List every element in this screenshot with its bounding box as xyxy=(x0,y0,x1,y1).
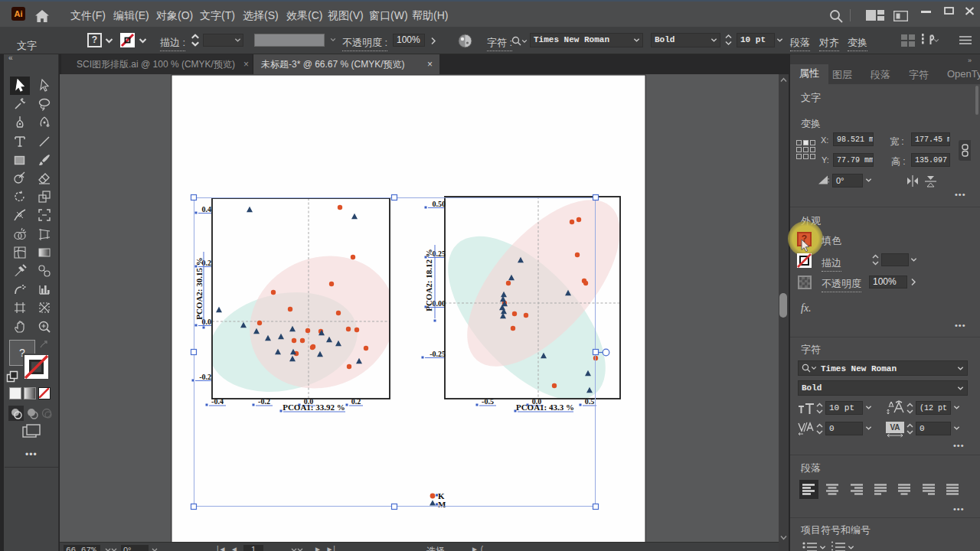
svg-text:0.5: 0.5 xyxy=(585,397,595,406)
svg-text:-0.2: -0.2 xyxy=(258,397,270,406)
svg-text:PCOA2: 18.12 %: PCOA2: 18.12 % xyxy=(424,249,433,311)
svg-text:0.25: 0.25 xyxy=(433,249,446,258)
svg-text:-0.2: -0.2 xyxy=(199,373,211,381)
svg-text:-0.4: -0.4 xyxy=(211,397,224,406)
svg-text:0.50: 0.50 xyxy=(433,200,446,208)
svg-text:-0.25: -0.25 xyxy=(430,350,446,358)
svg-text:0.2: 0.2 xyxy=(351,397,361,406)
svg-text:PCOA2: 30.15 %: PCOA2: 30.15 % xyxy=(194,257,204,320)
svg-text:M: M xyxy=(438,500,446,509)
svg-text:-0.5: -0.5 xyxy=(482,397,494,406)
svg-text:0.00: 0.00 xyxy=(433,299,446,308)
svg-text:0.4: 0.4 xyxy=(202,205,212,214)
svg-text:PCOA1: 33.92 %: PCOA1: 33.92 % xyxy=(283,403,345,412)
svg-text:PCOA1: 43.3 %: PCOA1: 43.3 % xyxy=(516,403,574,412)
